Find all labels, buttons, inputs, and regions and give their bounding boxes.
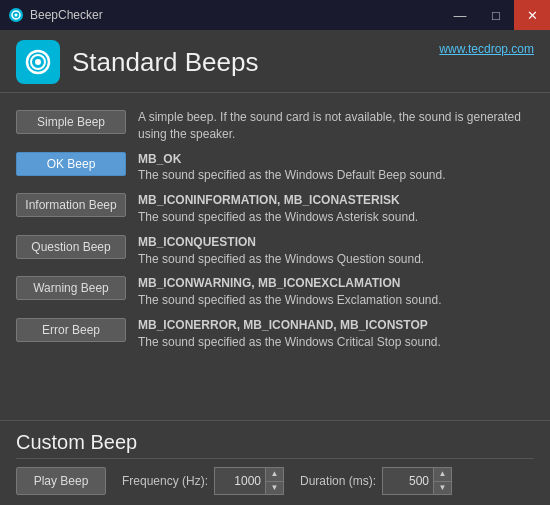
beep-desc-title-ok: MB_OK	[138, 151, 446, 168]
app-icon	[8, 7, 24, 23]
frequency-group: Frequency (Hz): ▲ ▼	[122, 467, 284, 495]
beep-desc-text-error: The sound specified as the Windows Criti…	[138, 334, 441, 351]
close-button[interactable]: ✕	[514, 0, 550, 30]
beep-desc-information: MB_ICONINFORMATION, MB_ICONASTERISKThe s…	[138, 192, 418, 226]
beep-row-question: Question BeepMB_ICONQUESTIONThe sound sp…	[0, 230, 550, 272]
frequency-label: Frequency (Hz):	[122, 474, 208, 488]
beep-desc-title-information: MB_ICONINFORMATION, MB_ICONASTERISK	[138, 192, 418, 209]
maximize-button[interactable]: □	[478, 0, 514, 30]
beep-list: Simple BeepA simple beep. If the sound c…	[0, 103, 550, 416]
minimize-button[interactable]: —	[442, 0, 478, 30]
beep-desc-ok: MB_OKThe sound specified as the Windows …	[138, 151, 446, 185]
content-area: Simple BeepA simple beep. If the sound c…	[0, 93, 550, 505]
beep-desc-question: MB_ICONQUESTIONThe sound specified as th…	[138, 234, 424, 268]
svg-point-2	[15, 14, 18, 17]
speaker-icon	[24, 48, 52, 76]
window-controls: — □ ✕	[442, 0, 550, 30]
header-title: Standard Beeps	[72, 47, 258, 78]
beep-row-ok: OK BeepMB_OKThe sound specified as the W…	[0, 147, 550, 189]
custom-beep-title: Custom Beep	[16, 431, 534, 459]
beep-button-information[interactable]: Information Beep	[16, 193, 126, 217]
beep-desc-warning: MB_ICONWARNING, MB_ICONEXCLAMATIONThe so…	[138, 275, 442, 309]
beep-button-question[interactable]: Question Beep	[16, 235, 126, 259]
duration-input[interactable]	[383, 468, 433, 494]
beep-row-information: Information BeepMB_ICONINFORMATION, MB_I…	[0, 188, 550, 230]
play-beep-button[interactable]: Play Beep	[16, 467, 106, 495]
beep-desc-title-question: MB_ICONQUESTION	[138, 234, 424, 251]
duration-spin-buttons: ▲ ▼	[433, 468, 451, 494]
website-link[interactable]: www.tecdrop.com	[439, 42, 534, 56]
beep-row-simple: Simple BeepA simple beep. If the sound c…	[0, 105, 550, 147]
frequency-down-button[interactable]: ▼	[266, 482, 283, 495]
header: Standard Beeps www.tecdrop.com	[0, 30, 550, 93]
custom-beep-section: Custom Beep Play Beep Frequency (Hz): ▲ …	[0, 425, 550, 505]
beep-button-simple[interactable]: Simple Beep	[16, 110, 126, 134]
beep-desc-simple: A simple beep. If the sound card is not …	[138, 109, 534, 143]
frequency-input[interactable]	[215, 468, 265, 494]
header-icon	[16, 40, 60, 84]
duration-spinner[interactable]: ▲ ▼	[382, 467, 452, 495]
frequency-up-button[interactable]: ▲	[266, 468, 283, 482]
custom-controls: Play Beep Frequency (Hz): ▲ ▼ Duration (…	[16, 467, 534, 495]
beep-desc-error: MB_ICONERROR, MB_ICONHAND, MB_ICONSTOPTh…	[138, 317, 441, 351]
beep-button-error[interactable]: Error Beep	[16, 318, 126, 342]
beep-desc-text-information: The sound specified as the Windows Aster…	[138, 209, 418, 226]
beep-row-warning: Warning BeepMB_ICONWARNING, MB_ICONEXCLA…	[0, 271, 550, 313]
window-body: Standard Beeps www.tecdrop.com Simple Be…	[0, 30, 550, 505]
title-bar: BeepChecker — □ ✕	[0, 0, 550, 30]
beep-row-error: Error BeepMB_ICONERROR, MB_ICONHAND, MB_…	[0, 313, 550, 355]
frequency-spinner[interactable]: ▲ ▼	[214, 467, 284, 495]
duration-label: Duration (ms):	[300, 474, 376, 488]
beep-desc-text-ok: The sound specified as the Windows Defau…	[138, 167, 446, 184]
title-bar-left: BeepChecker	[8, 7, 103, 23]
frequency-spin-buttons: ▲ ▼	[265, 468, 283, 494]
beep-button-warning[interactable]: Warning Beep	[16, 276, 126, 300]
duration-down-button[interactable]: ▼	[434, 482, 451, 495]
beep-desc-text-simple: A simple beep. If the sound card is not …	[138, 109, 534, 143]
duration-up-button[interactable]: ▲	[434, 468, 451, 482]
svg-point-5	[35, 59, 41, 65]
duration-group: Duration (ms): ▲ ▼	[300, 467, 452, 495]
beep-button-ok[interactable]: OK Beep	[16, 152, 126, 176]
beep-desc-text-question: The sound specified as the Windows Quest…	[138, 251, 424, 268]
section-divider	[0, 420, 550, 421]
window-title: BeepChecker	[30, 8, 103, 22]
beep-desc-title-error: MB_ICONERROR, MB_ICONHAND, MB_ICONSTOP	[138, 317, 441, 334]
beep-desc-text-warning: The sound specified as the Windows Excla…	[138, 292, 442, 309]
header-left: Standard Beeps	[16, 40, 258, 84]
beep-desc-title-warning: MB_ICONWARNING, MB_ICONEXCLAMATION	[138, 275, 442, 292]
